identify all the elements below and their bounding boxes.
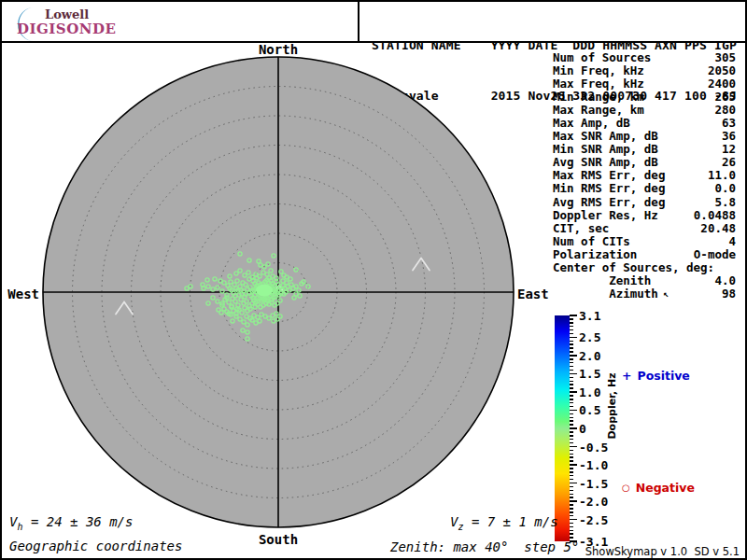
- stat-value: 63: [722, 117, 736, 130]
- positive-doppler-legend: +Positive: [622, 369, 690, 383]
- stat-spacer: [630, 235, 729, 248]
- stat-value: 305: [714, 51, 736, 64]
- stat-value: 0.0: [714, 182, 736, 195]
- showskymap-window: Lowell DIGISONDE STATION NAME YYYY DATE …: [0, 0, 747, 560]
- stats-panel: Num of Sources305Min Freq, kHz2050Max Fr…: [553, 51, 736, 301]
- colorbar-minor-tick: [570, 351, 573, 353]
- colorbar-minor-tick: [570, 402, 573, 404]
- coordinates-note: Geographic coordinates: [9, 539, 182, 553]
- stat-row: Max Range, km280: [553, 104, 736, 117]
- skymap-plot: North South West East: [0, 41, 560, 560]
- header-divider-vertical: [358, 0, 359, 43]
- doppler-colorbar: [555, 315, 570, 541]
- stat-label: Min SNR Amp, dB: [553, 143, 658, 156]
- azimuth-arrow-icon: ↖: [658, 287, 722, 301]
- stat-value: 2050: [708, 64, 736, 77]
- stat-label: Max SNR Amp, dB: [553, 130, 658, 143]
- stat-value: 0.0488: [694, 209, 736, 222]
- colorbar-minor-tick: [570, 490, 573, 492]
- colorbar-tick-label: -1.5: [579, 476, 608, 490]
- colorbar-major-tick: [570, 446, 577, 448]
- stat-spacer: [644, 91, 715, 104]
- stat-row: CIT, sec20.48: [553, 222, 736, 235]
- colorbar-tick-label: 2.5: [579, 330, 600, 344]
- colorbar-minor-tick: [570, 399, 573, 400]
- colorbar-minor-tick: [570, 454, 573, 455]
- stat-label: Min Range, km: [553, 91, 644, 104]
- colorbar-minor-tick: [570, 479, 573, 481]
- colorbar-major-tick: [570, 427, 577, 429]
- colorbar-tick-label: -1.0: [579, 458, 608, 472]
- stat-row: Min Freq, kHz2050: [553, 64, 736, 77]
- stat-label: Min Freq, kHz: [553, 64, 644, 77]
- stat-label: Max RMS Err, deg: [553, 169, 665, 182]
- stat-value: 280: [714, 104, 736, 117]
- stat-label: Azimuth: [553, 287, 658, 301]
- stat-value: 20.48: [700, 222, 736, 235]
- colorbar-minor-tick: [570, 387, 573, 389]
- stat-spacer: [714, 261, 736, 274]
- colorbar-title: Doppler, Hz: [606, 354, 619, 458]
- colorbar-minor-tick: [570, 326, 573, 328]
- stat-label: Max Amp, dB: [553, 117, 630, 130]
- colorbar-major-tick: [570, 337, 577, 339]
- colorbar-minor-tick: [570, 442, 573, 444]
- colorbar-minor-tick: [570, 347, 573, 349]
- stat-value: O-mode: [694, 248, 736, 261]
- negative-label: Negative: [636, 481, 695, 495]
- colorbar-minor-tick: [570, 504, 573, 506]
- colorbar-minor-tick: [570, 358, 573, 360]
- stat-row: Center of Sources, deg:: [553, 261, 736, 274]
- colorbar-minor-tick: [570, 450, 573, 452]
- colorbar-minor-tick: [570, 424, 573, 426]
- stat-spacer: [609, 222, 700, 235]
- colorbar-minor-tick: [570, 362, 573, 364]
- stat-label: Avg RMS Err, deg: [553, 196, 665, 209]
- colorbar-tick-label: 0: [579, 422, 586, 436]
- colorbar-minor-tick: [570, 318, 573, 320]
- compass-west-label: West: [7, 287, 39, 301]
- version-label: ShowSkymap v 1.0 SD v 5.1: [585, 545, 740, 558]
- stat-spacer: [644, 77, 708, 91]
- stat-value: 5.8: [714, 196, 736, 209]
- stat-label: Num of Sources: [553, 51, 651, 64]
- colorbar-minor-tick: [570, 420, 573, 422]
- horizontal-velocity-readout: Vh = 24 ± 36 m/s: [9, 514, 133, 532]
- colorbar-tick-label: 3.1: [579, 309, 600, 323]
- stat-value: 98: [722, 287, 736, 301]
- stat-spacer: [644, 104, 715, 117]
- stat-row: Max Amp, dB63: [553, 117, 736, 130]
- colorbar-minor-tick: [570, 439, 573, 441]
- colorbar-tick-label: 1.5: [579, 367, 600, 381]
- stat-value: 11.0: [708, 169, 736, 182]
- colorbar-major-tick: [570, 315, 577, 316]
- colorbar-minor-tick: [570, 511, 573, 513]
- stat-label: Zenith: [553, 274, 651, 287]
- stat-row: Min Range, km265: [553, 91, 736, 104]
- stat-label: CIT, sec: [553, 222, 609, 235]
- colorbar-minor-tick: [570, 523, 573, 525]
- stat-row: PolarizationO-mode: [553, 248, 736, 261]
- stat-row: Num of CITs4: [553, 235, 736, 248]
- colorbar-minor-tick: [570, 431, 573, 433]
- stat-label: Num of CITs: [553, 235, 630, 248]
- stat-spacer: [665, 196, 714, 209]
- colorbar-major-tick: [570, 483, 577, 484]
- colorbar-minor-tick: [570, 435, 573, 437]
- colorbar-minor-tick: [570, 381, 573, 383]
- echo-source-core-blob: [256, 285, 273, 297]
- colorbar-minor-tick: [570, 460, 573, 462]
- stat-spacer: [658, 156, 722, 169]
- negative-doppler-legend: ○Negative: [622, 481, 695, 495]
- colorbar-minor-tick: [570, 341, 573, 343]
- stat-row: Doppler Res, Hz0.0488: [553, 209, 736, 222]
- compass-north-label: North: [259, 42, 298, 57]
- stat-spacer: [630, 117, 722, 130]
- stat-spacer: [665, 169, 707, 182]
- stat-label: Polarization: [553, 248, 637, 261]
- colorbar-minor-tick: [570, 406, 573, 408]
- colorbar-minor-tick: [570, 530, 573, 532]
- stat-row: Avg SNR Amp, dB26: [553, 156, 736, 169]
- stat-row: Num of Sources305: [553, 51, 736, 64]
- colorbar-minor-tick: [570, 395, 573, 397]
